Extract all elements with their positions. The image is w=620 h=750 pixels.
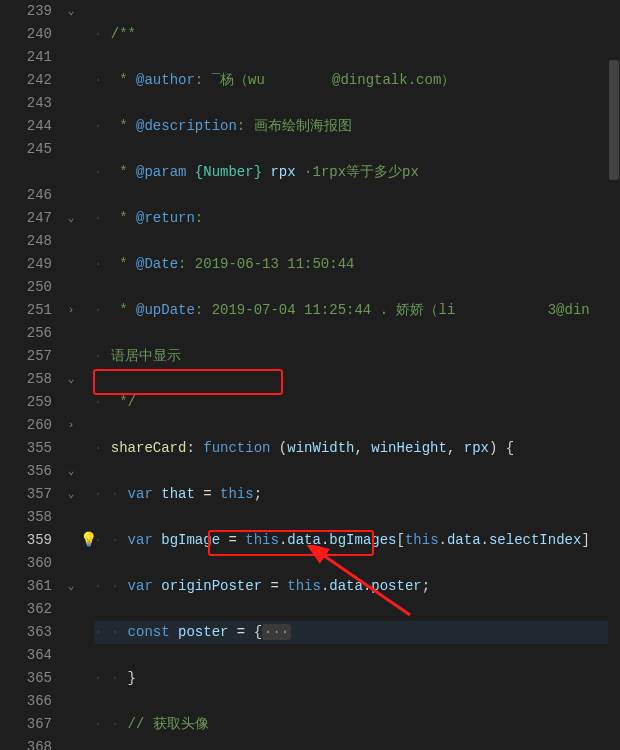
code-line[interactable]: · /** [94, 23, 620, 46]
line-number: 360 [0, 552, 52, 575]
glyph-margin: 💡 [78, 0, 94, 750]
line-number: 356 [0, 460, 52, 483]
line-number: 358 [0, 506, 52, 529]
code-line[interactable]: · · const poster = {··· [94, 621, 620, 644]
line-number: 240 [0, 23, 52, 46]
line-number: 250 [0, 276, 52, 299]
line-number: 364 [0, 644, 52, 667]
fold-toggle-icon[interactable]: ⌄ [64, 460, 78, 483]
code-line[interactable]: · * @description: 画布绘制海报图 [94, 115, 620, 138]
line-number: 259 [0, 391, 52, 414]
code-editor[interactable]: 239 240 241 242 243 244 245 246 247 248 … [0, 0, 620, 750]
code-line[interactable]: · · } [94, 667, 620, 690]
line-number: 248 [0, 230, 52, 253]
code-line[interactable]: · * @upDate: 2019-07-04 11:25:44 . 娇娇（li… [94, 299, 620, 322]
line-number: 367 [0, 713, 52, 736]
line-number: 244 [0, 115, 52, 138]
line-number-gutter: 239 240 241 242 243 244 245 246 247 248 … [0, 0, 64, 750]
line-number: 366 [0, 690, 52, 713]
vertical-scrollbar[interactable] [608, 0, 620, 750]
code-line[interactable]: · · var that = this; [94, 483, 620, 506]
code-line[interactable]: · */ [94, 391, 620, 414]
line-number: 357 [0, 483, 52, 506]
code-line[interactable]: · · var originPoster = this.data.poster; [94, 575, 620, 598]
fold-toggle-icon[interactable]: ⌄ [64, 368, 78, 391]
line-number: 239 [0, 0, 52, 23]
fold-toggle-icon[interactable]: › [64, 414, 78, 437]
line-number: 355 [0, 437, 52, 460]
line-number: 251 [0, 299, 52, 322]
line-number: 359 [0, 529, 52, 552]
line-number: 249 [0, 253, 52, 276]
code-area[interactable]: · /** · * @author: ‾杨（wu @dingtalk.com） … [94, 0, 620, 750]
line-number: 257 [0, 345, 52, 368]
folded-region-icon[interactable]: ··· [262, 624, 291, 640]
fold-toggle-icon[interactable]: ⌄ [64, 0, 78, 23]
code-line[interactable]: · shareCard: function (winWidth, winHeig… [94, 437, 620, 460]
code-line[interactable]: · * @Date: 2019-06-13 11:50:44 [94, 253, 620, 276]
line-number: 256 [0, 322, 52, 345]
fold-toggle-icon[interactable]: › [64, 299, 78, 322]
line-number: 242 [0, 69, 52, 92]
line-number: 365 [0, 667, 52, 690]
line-number: 258 [0, 368, 52, 391]
code-line[interactable]: · · // 获取头像 [94, 713, 620, 736]
line-number: 245 [0, 138, 52, 161]
line-number: 362 [0, 598, 52, 621]
code-line[interactable]: · 语居中显示 [94, 345, 620, 368]
line-number: 361 [0, 575, 52, 598]
fold-toggle-icon[interactable]: ⌄ [64, 575, 78, 598]
line-number: 260 [0, 414, 52, 437]
code-line[interactable]: · · var bgImage = this.data.bgImages[thi… [94, 529, 620, 552]
lightbulb-icon[interactable]: 💡 [80, 532, 92, 548]
line-number: 246 [0, 184, 52, 207]
line-number: 241 [0, 46, 52, 69]
scrollbar-thumb[interactable] [609, 60, 619, 180]
fold-toggle-icon[interactable]: ⌄ [64, 207, 78, 230]
fold-toggle-icon[interactable]: ⌄ [64, 483, 78, 506]
fold-gutter: ⌄ ⌄ › ⌄ › ⌄ ⌄ ⌄ [64, 0, 78, 750]
code-line[interactable]: · * @return: [94, 207, 620, 230]
code-line[interactable]: · * @author: ‾杨（wu @dingtalk.com） [94, 69, 620, 92]
line-number: 243 [0, 92, 52, 115]
line-number [0, 161, 52, 184]
code-line[interactable]: · * @param {Number} rpx ·1rpx等于多少px [94, 161, 620, 184]
line-number: 363 [0, 621, 52, 644]
line-number: 247 [0, 207, 52, 230]
line-number: 368 [0, 736, 52, 750]
